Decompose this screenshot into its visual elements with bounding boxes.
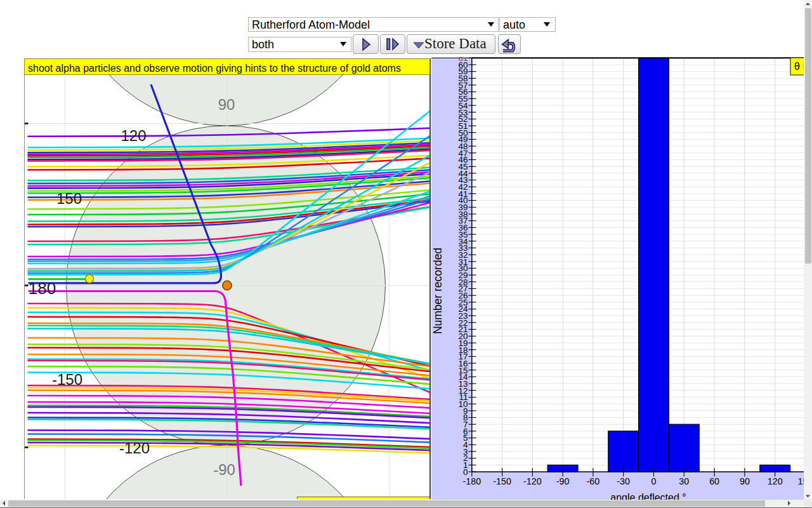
svg-text:angle deflected °: angle deflected ° (610, 492, 686, 500)
svg-text:-60: -60 (587, 476, 600, 486)
svg-text:0: 0 (652, 476, 657, 486)
svg-text:Number recorded: Number recorded (431, 248, 444, 334)
svg-text:120: 120 (768, 476, 783, 486)
svg-text:-150: -150 (52, 371, 82, 388)
svg-text:90: 90 (740, 476, 750, 486)
svg-text:-90: -90 (213, 461, 235, 478)
svg-text:-180: -180 (462, 476, 481, 486)
svg-text:-30: -30 (617, 476, 630, 486)
svg-text:150: 150 (56, 190, 82, 207)
svg-text:-90: -90 (556, 476, 570, 486)
svg-text:180: 180 (29, 279, 56, 298)
svg-text:61: 61 (458, 57, 468, 63)
svg-text:-120: -120 (119, 439, 150, 457)
svg-text:-150: -150 (493, 476, 511, 486)
svg-text:-120: -120 (523, 476, 542, 486)
svg-text:60: 60 (709, 476, 719, 486)
svg-text:30: 30 (679, 476, 689, 486)
svg-text:90: 90 (218, 96, 235, 113)
svg-text:120: 120 (121, 127, 146, 144)
